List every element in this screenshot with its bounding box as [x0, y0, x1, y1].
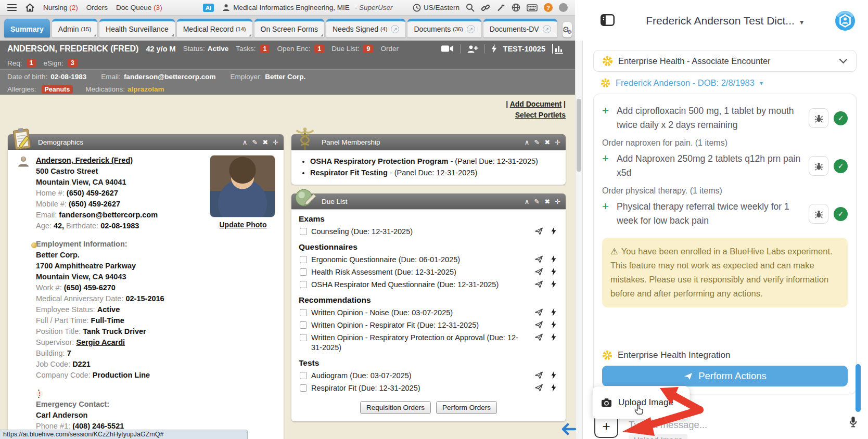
requisition-icon[interactable] — [534, 227, 543, 235]
flowsheet-chart-icon[interactable] — [552, 44, 565, 54]
due-list-badge[interactable]: 9 — [363, 45, 373, 53]
patient-name-link[interactable]: Anderson, Frederick (Fred) — [36, 156, 133, 164]
portlet-links: | Add Document | Select Portlets — [506, 99, 566, 121]
collapse-icon[interactable]: ∧ — [525, 198, 530, 205]
tab-medical-record[interactable]: Medical Record(14) — [177, 19, 252, 37]
move-icon[interactable]: ✛ — [555, 138, 560, 146]
requisition-icon[interactable] — [534, 268, 543, 276]
edit-icon[interactable]: ✎ — [534, 198, 540, 205]
close-icon[interactable]: ✖ — [262, 138, 268, 146]
checkbox[interactable] — [300, 281, 307, 288]
chat-scrollbar-thumb[interactable] — [856, 364, 861, 412]
tab-on-screen-forms[interactable]: On Screen Forms — [254, 19, 324, 37]
wand-icon[interactable] — [496, 3, 505, 12]
nav-doc-queue[interactable]: Doc Queue (3) — [116, 4, 162, 11]
requisition-icon[interactable] — [534, 308, 543, 316]
tab-admin[interactable]: Admin(15) — [52, 19, 97, 37]
nav-nursing[interactable]: Nursing (2) — [43, 4, 78, 11]
perform-bolt-icon[interactable] — [551, 320, 556, 329]
microphone-icon[interactable] — [849, 416, 858, 428]
success-check-badge: ✓ — [834, 207, 848, 221]
chevron-down-icon: ▾ — [760, 80, 763, 87]
perform-bolt-icon[interactable] — [551, 371, 556, 379]
close-icon[interactable]: ✖ — [544, 198, 550, 205]
edit-icon[interactable]: ✎ — [252, 138, 258, 146]
avatar[interactable] — [559, 3, 568, 12]
nav-orders[interactable]: Orders — [86, 4, 108, 11]
req-badge[interactable]: 1 — [27, 59, 36, 67]
video-camera-icon[interactable] — [441, 45, 454, 53]
move-icon[interactable]: ✛ — [555, 198, 560, 205]
patient-context-dropdown[interactable]: Frederick Anderson - DOB: 2/8/1983▾ — [601, 78, 763, 88]
debug-bug-icon[interactable] — [809, 204, 828, 224]
update-photo-link[interactable]: Update Photo — [220, 221, 267, 229]
perform-bolt-icon[interactable] — [551, 255, 556, 263]
requisition-icon[interactable] — [534, 371, 543, 379]
order-link[interactable]: Order — [380, 45, 399, 53]
perform-bolt-icon[interactable] — [551, 267, 556, 276]
perform-bolt-icon[interactable] — [551, 333, 556, 341]
collapse-icon[interactable]: ∧ — [242, 138, 248, 146]
help-icon[interactable]: ? — [544, 3, 553, 12]
close-icon[interactable]: ✖ — [544, 138, 550, 146]
search-icon[interactable] — [466, 3, 475, 12]
tab-needs-signed[interactable]: Needs Signed(4)↗ — [326, 19, 405, 37]
main-scrollbar[interactable] — [575, 41, 583, 439]
medication-value[interactable]: alprazolam — [127, 85, 164, 93]
requisition-icon[interactable] — [534, 280, 543, 288]
move-icon[interactable]: ✛ — [273, 138, 278, 146]
timezone-selector[interactable]: US/Eastern — [413, 4, 459, 12]
requisition-icon[interactable] — [534, 255, 543, 263]
esign-badge[interactable]: 3 — [68, 59, 78, 67]
debug-bug-icon[interactable] — [809, 108, 828, 128]
tab-summary[interactable]: Summary — [4, 19, 50, 37]
requisition-icon[interactable] — [534, 321, 543, 329]
add-document-link[interactable]: Add Document — [510, 100, 562, 108]
perform-bolt-icon[interactable] — [551, 308, 556, 316]
keyboard-icon[interactable] — [527, 4, 538, 11]
tab-settings-gear-icon[interactable]: ⚙⚙ — [563, 22, 572, 37]
perform-bolt-icon[interactable] — [551, 280, 556, 288]
hamburger-menu-icon[interactable] — [7, 4, 17, 11]
requisition-icon[interactable] — [534, 384, 543, 392]
perform-actions-button[interactable]: Perform Actions — [602, 366, 848, 386]
session-title-dropdown[interactable]: Frederick Anderson Test Dict...▼ — [583, 15, 868, 27]
open-enc-badge[interactable]: 1 — [314, 45, 324, 53]
ai-badge[interactable]: AI — [203, 4, 214, 12]
home-icon[interactable] — [25, 3, 35, 12]
requisition-icon[interactable] — [534, 333, 543, 341]
checkbox[interactable] — [300, 268, 307, 276]
checkbox[interactable] — [300, 321, 307, 329]
select-portlets-link[interactable]: Select Portlets — [515, 111, 566, 119]
tab-health-surveillance[interactable]: Health Surveillance — [99, 19, 175, 37]
chevron-down-icon[interactable] — [839, 58, 848, 64]
link-icon[interactable] — [481, 3, 490, 12]
tasks-count-badge[interactable]: 1 — [260, 45, 270, 53]
scrollbar-thumb[interactable] — [577, 99, 581, 172]
integration-header-card[interactable]: Enterprise Health - Associate Encounter — [593, 50, 857, 72]
top-navbar: Nursing (2) Orders Doc Queue (3) AI Medi… — [0, 0, 575, 16]
home-phone: (650) 459-2627 — [67, 189, 118, 197]
add-person-icon[interactable] — [467, 45, 478, 53]
checkbox[interactable] — [300, 256, 307, 263]
tab-documents-dv[interactable]: Documents-DV↗ — [483, 19, 557, 37]
supervisor-link[interactable]: Sergio Acardi — [76, 338, 125, 346]
allergy-badge[interactable]: Peanuts — [42, 85, 73, 94]
perform-bolt-icon[interactable] — [551, 227, 556, 235]
perform-bolt-icon[interactable] — [551, 383, 556, 392]
globe-icon[interactable] — [512, 3, 520, 12]
tab-documents[interactable]: Documents(36)↗ — [407, 19, 481, 37]
checkbox[interactable] — [300, 384, 307, 392]
perform-orders-button[interactable]: Perform Orders — [436, 401, 497, 414]
checkbox[interactable] — [300, 309, 307, 316]
collapse-icon[interactable]: ∧ — [525, 138, 530, 146]
checkbox[interactable] — [300, 228, 307, 235]
collapse-panel-arrow-icon[interactable] — [560, 422, 577, 436]
debug-bug-icon[interactable] — [809, 156, 828, 176]
quick-action-bolt-icon[interactable] — [491, 44, 497, 53]
requisition-orders-button[interactable]: Requisition Orders — [360, 401, 431, 414]
checkbox[interactable] — [300, 334, 307, 341]
upload-image-menu-item[interactable]: Upload Image — [592, 386, 690, 419]
checkbox[interactable] — [300, 372, 307, 379]
edit-icon[interactable]: ✎ — [534, 138, 540, 146]
